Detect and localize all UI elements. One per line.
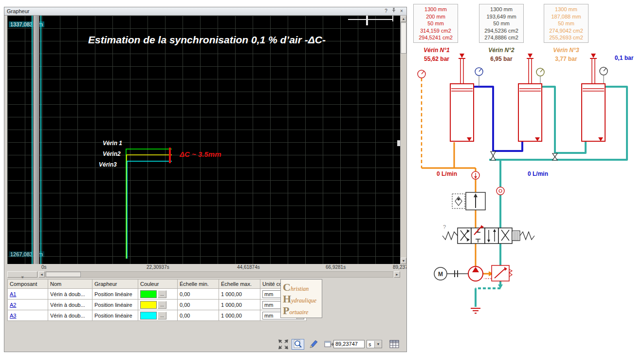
measure-button[interactable] [307, 339, 320, 350]
pilot-check-valve[interactable] [452, 194, 465, 208]
question-label: ? [443, 224, 446, 230]
scale-min-cell[interactable]: 0,00 [178, 300, 219, 310]
motor[interactable]: M [434, 267, 447, 280]
scroll-left-button[interactable]: ◄ [38, 271, 45, 278]
compensator-valve[interactable] [466, 192, 485, 210]
scale-min-cell[interactable]: 0,00 [178, 310, 219, 321]
time-input[interactable]: 89,23747 [333, 340, 365, 348]
spring-right [520, 232, 534, 240]
scroll-down-button[interactable]: ▼ [401, 258, 406, 264]
grapher-type-cell: Position linéaire [92, 289, 138, 300]
return-pressure-label: 0,1 bar [599, 55, 644, 61]
tank-symbol [471, 308, 480, 313]
component-link[interactable]: A2 [10, 302, 16, 308]
scale-min-cell[interactable]: 0,00 [178, 289, 219, 300]
window-titlebar[interactable]: Grapheur ? × [4, 7, 406, 16]
flow-meter-1[interactable] [472, 171, 479, 179]
color-swatch[interactable] [140, 290, 157, 298]
time-unit-combobox[interactable]: s ▼ [367, 340, 382, 348]
check-valve-1[interactable] [491, 151, 496, 160]
grapheur-window: Grapheur ? × 1337,083 mm 1267,083 mm Est… [4, 7, 407, 352]
vertical-scrollbar[interactable]: ▲ ▼ [400, 16, 406, 264]
color-swatch[interactable] [140, 312, 157, 319]
zoom-range-handle[interactable] [366, 16, 368, 25]
col-composant: Composant [8, 280, 48, 289]
shaft-coupling [447, 270, 468, 277]
component-link[interactable]: A3 [10, 313, 16, 319]
logo-text: hristian [291, 285, 309, 292]
browse-color-button[interactable]: ... [158, 301, 166, 309]
pressure-gauge-2[interactable] [475, 68, 483, 75]
cylinder3-pressure: 3,77 bar [541, 56, 591, 62]
pipe-stage2-blue [474, 87, 522, 151]
time-unit-value: s [367, 341, 374, 347]
col-grapheur: Grapheur [92, 280, 138, 289]
plot-area[interactable]: 1337,083 mm 1267,083 mm Estimation de la… [7, 16, 401, 264]
time-cursor-handle[interactable] [33, 16, 39, 264]
window-controls: ? × [382, 8, 405, 15]
chart-title: Estimation de la synchronisation 0,1 % d… [37, 34, 377, 46]
check-valve-2[interactable] [552, 153, 557, 160]
param-line: 1300 mm [544, 6, 588, 13]
cylinder-1[interactable] [450, 54, 474, 141]
x-tick-2: 44,61874s [237, 264, 260, 270]
browse-color-button[interactable]: ... [158, 312, 166, 319]
pump[interactable] [468, 266, 483, 281]
collapse-panel-button[interactable]: » [7, 271, 37, 278]
scroll-right-button[interactable]: ► [394, 271, 400, 278]
x-tick-1: 22,30937s [147, 264, 169, 270]
zoom-range-widget[interactable] [348, 19, 393, 20]
component-link[interactable]: A1 [10, 291, 16, 297]
color-swatch[interactable] [140, 301, 157, 309]
grapher-type-cell: Position linéaire [92, 310, 138, 321]
scale-max-cell[interactable]: 1 000,00 [219, 289, 260, 300]
cylinder-3[interactable] [582, 54, 605, 141]
cylinder3-params-box[interactable]: 1300 mm 187,088 mm 50 mm 274,9042 cm2 25… [544, 4, 589, 43]
x-axis: 0s 22,30937s 44,61874s 66,9281s 89,2374s [4, 264, 406, 271]
param-line: 193,649 mm [479, 13, 523, 20]
horizontal-scrollbar[interactable]: » ◄ ► [4, 271, 406, 278]
param-line: 200 mm [414, 13, 458, 20]
param-line: 274,9042 cm2 [544, 27, 588, 35]
h-scroll-thumb[interactable] [46, 272, 81, 277]
component-name-cell: Vérin à doub... [48, 300, 92, 310]
cylinder2-label: Vérin N°2 [476, 47, 527, 54]
scroll-up-button[interactable]: ▲ [401, 16, 406, 22]
pin-button[interactable] [390, 8, 398, 15]
scale-max-cell[interactable]: 1 000,00 [219, 300, 260, 310]
plot-zone: 1337,083 mm 1267,083 mm Estimation de la… [4, 16, 406, 264]
col-echelle-max: Échelle max. [219, 280, 260, 289]
browse-color-button[interactable]: ... [158, 290, 166, 298]
time-cursor-line [40, 16, 41, 264]
curve-label-verin3: Vérin3 [99, 161, 117, 168]
logo-text: ydraulique [291, 297, 316, 304]
zoom-button[interactable] [292, 339, 304, 350]
close-button[interactable]: × [398, 8, 405, 15]
directional-valve[interactable] [442, 225, 534, 244]
param-line: 1300 mm [414, 6, 458, 13]
curve-label-verin2: Vérin2 [103, 150, 121, 157]
zoom-range-handle[interactable] [392, 16, 393, 21]
param-line: 294,5241 cm2 [414, 34, 458, 41]
motor-label: M [438, 271, 443, 278]
chevron-down-icon[interactable]: ▼ [374, 341, 382, 348]
cylinder-2[interactable] [518, 54, 542, 141]
flow-meter-2[interactable] [497, 187, 504, 195]
signals-table: Composant Nom Grapheur Couleur Échelle m… [7, 279, 307, 321]
x-tick-4: 89,2374s [393, 264, 407, 270]
help-button[interactable]: ? [382, 8, 390, 15]
scrollbar-thumb[interactable] [401, 22, 406, 54]
scale-max-cell[interactable]: 1 000,00 [219, 310, 260, 321]
cylinder1-label: Vérin N°1 [411, 47, 462, 54]
cylinder2-params-box[interactable]: 1300 mm 193,649 mm 50 mm 294,5236 cm2 27… [479, 4, 524, 43]
grid-view-button[interactable] [388, 339, 401, 350]
spring-left [442, 232, 458, 240]
curve-verin1 [126, 149, 172, 259]
pressure-gauge-1[interactable] [418, 70, 425, 78]
fit-view-button[interactable] [277, 339, 290, 350]
pressure-gauge-3[interactable] [536, 68, 544, 76]
pressure-gauge-4[interactable] [600, 67, 607, 75]
param-line: 314,159 cm2 [414, 27, 458, 35]
h-scroll-track[interactable] [45, 271, 393, 278]
cylinder1-params-box[interactable]: 1300 mm 200 mm 50 mm 314,159 cm2 294,524… [413, 4, 458, 43]
